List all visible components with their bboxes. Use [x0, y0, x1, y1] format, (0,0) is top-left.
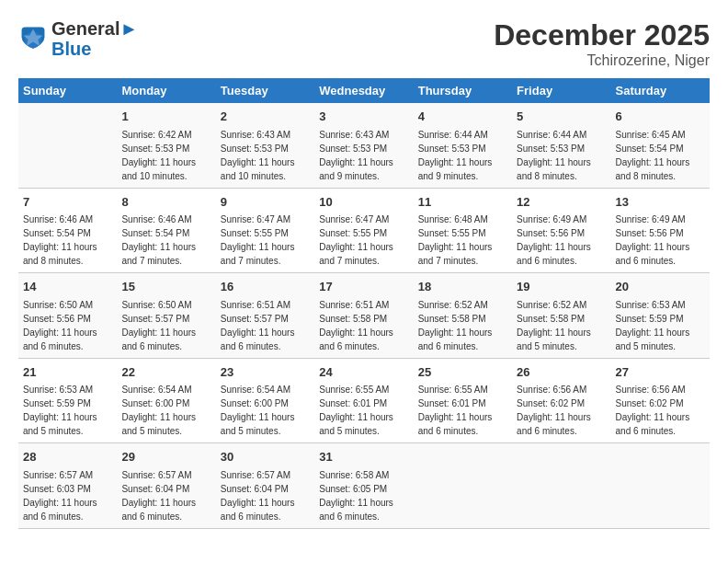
calendar-cell: 24Sunrise: 6:55 AM Sunset: 6:01 PM Dayli… [314, 358, 413, 443]
day-number: 5 [517, 108, 606, 126]
calendar-cell: 15Sunrise: 6:50 AM Sunset: 5:57 PM Dayli… [117, 273, 215, 359]
calendar-cell: 29Sunrise: 6:57 AM Sunset: 6:04 PM Dayli… [117, 443, 215, 529]
logo: General► Blue [18, 18, 138, 59]
calendar-cell: 6Sunrise: 6:45 AM Sunset: 5:54 PM Daylig… [611, 103, 710, 188]
calendar-cell: 18Sunrise: 6:52 AM Sunset: 5:58 PM Dayli… [414, 273, 512, 359]
day-number: 23 [221, 363, 310, 382]
calendar-cell: 28Sunrise: 6:57 AM Sunset: 6:03 PM Dayli… [18, 443, 117, 529]
calendar-cell: 30Sunrise: 6:57 AM Sunset: 6:04 PM Dayli… [216, 443, 314, 529]
calendar-cell: 5Sunrise: 6:44 AM Sunset: 5:53 PM Daylig… [512, 103, 610, 188]
calendar-cell: 3Sunrise: 6:43 AM Sunset: 5:53 PM Daylig… [314, 103, 413, 188]
title-block: December 2025 Tchirozerine, Niger [494, 18, 710, 69]
month-title: December 2025 [494, 18, 710, 52]
day-info: Sunrise: 6:54 AM Sunset: 6:00 PM Dayligh… [221, 383, 310, 438]
day-number: 27 [616, 363, 705, 382]
calendar-week-row: 1Sunrise: 6:42 AM Sunset: 5:53 PM Daylig… [18, 103, 710, 188]
day-info: Sunrise: 6:49 AM Sunset: 5:56 PM Dayligh… [616, 213, 705, 268]
day-number: 1 [121, 108, 210, 126]
day-number: 2 [221, 108, 310, 126]
day-number: 18 [418, 278, 507, 296]
calendar-cell [18, 103, 117, 188]
day-number: 26 [517, 363, 606, 382]
day-number: 29 [121, 448, 210, 466]
calendar-cell: 21Sunrise: 6:53 AM Sunset: 5:59 PM Dayli… [18, 358, 117, 443]
day-header-friday: Friday [512, 78, 610, 103]
day-number: 22 [121, 363, 210, 382]
day-number: 14 [23, 278, 112, 296]
day-number: 25 [418, 363, 507, 382]
calendar-cell [611, 443, 710, 529]
day-info: Sunrise: 6:43 AM Sunset: 5:53 PM Dayligh… [319, 128, 408, 183]
calendar-header-row: SundayMondayTuesdayWednesdayThursdayFrid… [18, 78, 710, 103]
calendar-cell: 14Sunrise: 6:50 AM Sunset: 5:56 PM Dayli… [18, 273, 117, 359]
calendar-cell: 7Sunrise: 6:46 AM Sunset: 5:54 PM Daylig… [18, 188, 117, 273]
calendar-cell: 16Sunrise: 6:51 AM Sunset: 5:57 PM Dayli… [216, 273, 314, 359]
day-number: 17 [319, 278, 408, 296]
day-info: Sunrise: 6:46 AM Sunset: 5:54 PM Dayligh… [23, 213, 112, 268]
calendar-week-row: 21Sunrise: 6:53 AM Sunset: 5:59 PM Dayli… [18, 358, 710, 443]
calendar-cell: 27Sunrise: 6:56 AM Sunset: 6:02 PM Dayli… [611, 358, 710, 443]
calendar-table: SundayMondayTuesdayWednesdayThursdayFrid… [18, 78, 710, 529]
page-header: General► Blue December 2025 Tchirozerine… [18, 18, 710, 69]
calendar-week-row: 14Sunrise: 6:50 AM Sunset: 5:56 PM Dayli… [18, 273, 710, 359]
day-info: Sunrise: 6:51 AM Sunset: 5:58 PM Dayligh… [319, 298, 408, 353]
day-header-monday: Monday [117, 78, 215, 103]
day-header-tuesday: Tuesday [216, 78, 314, 103]
day-info: Sunrise: 6:55 AM Sunset: 6:01 PM Dayligh… [319, 383, 408, 438]
day-number: 31 [319, 448, 408, 466]
logo-text: General► Blue [51, 18, 138, 59]
calendar-cell: 11Sunrise: 6:48 AM Sunset: 5:55 PM Dayli… [414, 188, 512, 273]
day-header-sunday: Sunday [18, 78, 117, 103]
day-info: Sunrise: 6:45 AM Sunset: 5:54 PM Dayligh… [616, 128, 705, 183]
day-info: Sunrise: 6:42 AM Sunset: 5:53 PM Dayligh… [121, 128, 210, 183]
location: Tchirozerine, Niger [494, 52, 710, 69]
day-number: 19 [517, 278, 606, 296]
day-info: Sunrise: 6:56 AM Sunset: 6:02 PM Dayligh… [616, 383, 705, 438]
day-info: Sunrise: 6:57 AM Sunset: 6:04 PM Dayligh… [121, 468, 210, 523]
day-number: 10 [319, 193, 408, 212]
calendar-cell: 31Sunrise: 6:58 AM Sunset: 6:05 PM Dayli… [314, 443, 413, 529]
calendar-week-row: 7Sunrise: 6:46 AM Sunset: 5:54 PM Daylig… [18, 188, 710, 273]
calendar-cell: 26Sunrise: 6:56 AM Sunset: 6:02 PM Dayli… [512, 358, 610, 443]
day-info: Sunrise: 6:58 AM Sunset: 6:05 PM Dayligh… [319, 468, 408, 523]
day-header-saturday: Saturday [611, 78, 710, 103]
day-header-thursday: Thursday [414, 78, 512, 103]
calendar-cell: 8Sunrise: 6:46 AM Sunset: 5:54 PM Daylig… [117, 188, 215, 273]
day-info: Sunrise: 6:57 AM Sunset: 6:04 PM Dayligh… [221, 468, 310, 523]
day-number: 21 [23, 363, 112, 382]
day-info: Sunrise: 6:50 AM Sunset: 5:57 PM Dayligh… [121, 298, 210, 353]
day-number: 15 [121, 278, 210, 296]
day-number: 9 [221, 193, 310, 212]
day-info: Sunrise: 6:44 AM Sunset: 5:53 PM Dayligh… [418, 128, 507, 183]
day-info: Sunrise: 6:46 AM Sunset: 5:54 PM Dayligh… [121, 213, 210, 268]
day-info: Sunrise: 6:47 AM Sunset: 5:55 PM Dayligh… [221, 213, 310, 268]
calendar-cell: 13Sunrise: 6:49 AM Sunset: 5:56 PM Dayli… [611, 188, 710, 273]
day-number: 8 [121, 193, 210, 212]
day-number: 24 [319, 363, 408, 382]
day-number: 3 [319, 108, 408, 126]
day-number: 16 [221, 278, 310, 296]
day-info: Sunrise: 6:50 AM Sunset: 5:56 PM Dayligh… [23, 298, 112, 353]
calendar-cell: 2Sunrise: 6:43 AM Sunset: 5:53 PM Daylig… [216, 103, 314, 188]
day-number: 12 [517, 193, 606, 212]
calendar-cell: 9Sunrise: 6:47 AM Sunset: 5:55 PM Daylig… [216, 188, 314, 273]
day-info: Sunrise: 6:51 AM Sunset: 5:57 PM Dayligh… [221, 298, 310, 353]
day-info: Sunrise: 6:54 AM Sunset: 6:00 PM Dayligh… [121, 383, 210, 438]
calendar-cell: 12Sunrise: 6:49 AM Sunset: 5:56 PM Dayli… [512, 188, 610, 273]
calendar-week-row: 28Sunrise: 6:57 AM Sunset: 6:03 PM Dayli… [18, 443, 710, 529]
calendar-cell: 19Sunrise: 6:52 AM Sunset: 5:58 PM Dayli… [512, 273, 610, 359]
day-info: Sunrise: 6:47 AM Sunset: 5:55 PM Dayligh… [319, 213, 408, 268]
calendar-cell: 22Sunrise: 6:54 AM Sunset: 6:00 PM Dayli… [117, 358, 215, 443]
day-info: Sunrise: 6:48 AM Sunset: 5:55 PM Dayligh… [418, 213, 507, 268]
day-number: 6 [616, 108, 705, 126]
calendar-cell: 17Sunrise: 6:51 AM Sunset: 5:58 PM Dayli… [314, 273, 413, 359]
day-number: 20 [616, 278, 705, 296]
day-info: Sunrise: 6:56 AM Sunset: 6:02 PM Dayligh… [517, 383, 606, 438]
day-info: Sunrise: 6:57 AM Sunset: 6:03 PM Dayligh… [23, 468, 112, 523]
calendar-cell: 1Sunrise: 6:42 AM Sunset: 5:53 PM Daylig… [117, 103, 215, 188]
day-number: 4 [418, 108, 507, 126]
calendar-cell: 25Sunrise: 6:55 AM Sunset: 6:01 PM Dayli… [414, 358, 512, 443]
logo-icon [18, 24, 48, 53]
calendar-cell: 4Sunrise: 6:44 AM Sunset: 5:53 PM Daylig… [414, 103, 512, 188]
day-info: Sunrise: 6:53 AM Sunset: 5:59 PM Dayligh… [616, 298, 705, 353]
